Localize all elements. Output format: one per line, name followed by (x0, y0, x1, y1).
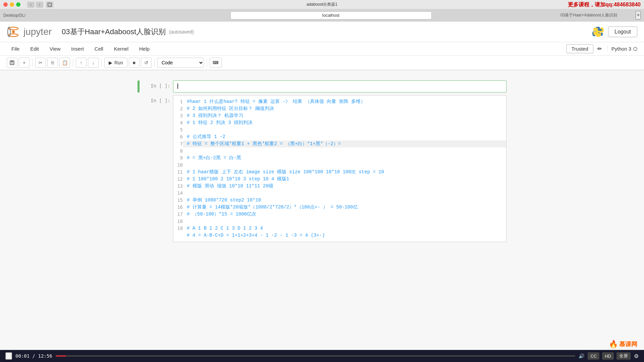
watermark-text: 慕课网 (619, 340, 637, 348)
address-text: localhost (322, 13, 339, 18)
kernel-info: Python 3 (607, 46, 637, 52)
notebook-title-area: 03基于Haar+Adaboost人脸识别 (autosaved) (62, 27, 194, 37)
menu-insert[interactable]: Insert (66, 44, 89, 54)
logout-button[interactable]: Logout (608, 26, 637, 37)
jupyter-header-right: Logout (591, 25, 637, 39)
cc-button[interactable]: CC (588, 352, 599, 360)
minimize-traffic-light[interactable] (10, 2, 14, 7)
cut-button[interactable]: ✂ (35, 58, 46, 68)
paste-button[interactable]: 📋 (59, 58, 70, 68)
close-traffic-light[interactable] (3, 2, 8, 7)
notebook-content: In [ ]: In [ ]: 123456789101112131415161… (0, 70, 644, 350)
progress-bar-container[interactable] (56, 355, 576, 357)
cell-2[interactable]: In [ ]: 12345678910111213141516171819 #h… (138, 95, 506, 242)
cell-1-prompt: In [ ]: (140, 80, 173, 93)
promo-banner: 更多课程，请加qq:484683840 (565, 0, 644, 9)
menu-bar-right: Trusted ✏ Python 3 (566, 44, 637, 53)
time-current: 00:01 (15, 353, 30, 359)
python-logo (591, 25, 605, 39)
toolbar-separator-1 (32, 59, 33, 67)
cell-cursor (177, 83, 178, 89)
address-bar[interactable]: localhost (230, 11, 432, 19)
toolbar-separator-4 (154, 59, 155, 67)
volume-icon[interactable]: 🔊 (579, 353, 584, 359)
window-title: adaboost分类器1 (307, 2, 337, 7)
browser-tab-left: Desktop/DL/ (3, 13, 25, 18)
fullscreen-traffic-light[interactable] (16, 2, 20, 7)
play-pause-button[interactable]: ⏸ (5, 352, 12, 360)
menu-edit[interactable]: Edit (25, 44, 44, 54)
save-button[interactable] (7, 58, 17, 68)
toolbar-separator-3 (101, 59, 102, 67)
cell-2-code[interactable]: #haar 1 什么是haar? 特征 = 像素 运算 -》 结果 （具体值 向… (183, 96, 506, 242)
restart-button[interactable]: ↺ (141, 58, 152, 68)
progress-bar-fill (56, 355, 66, 357)
time-separator: / (33, 353, 38, 359)
cell-2-line-numbers: 12345678910111213141516171819 (173, 96, 183, 235)
menu-view[interactable]: View (45, 44, 65, 54)
back-button[interactable]: ‹ (27, 2, 35, 8)
svg-point-4 (12, 31, 15, 33)
settings-icon[interactable]: ⚙ (634, 353, 639, 359)
cell-1[interactable]: In [ ]: (138, 80, 506, 93)
keyboard-shortcuts-button[interactable]: ⌨ (210, 58, 222, 68)
menu-help[interactable]: Help (135, 44, 154, 54)
menu-kernel[interactable]: Kernel (109, 44, 133, 54)
menu-bar: File Edit View Insert Cell Kernel Help T… (0, 42, 644, 56)
toolbar-separator-2 (73, 59, 73, 67)
cell-type-select[interactable]: Code Markdown Raw NBConvert (157, 58, 204, 68)
toolbar-separator-5 (207, 59, 207, 67)
window-control-button[interactable] (46, 2, 53, 8)
run-icon: ▶ (109, 60, 112, 65)
jupyter-logo-text: jupyter (23, 26, 52, 37)
watermark: 🔥 慕课网 (609, 340, 637, 349)
move-down-button[interactable]: ↓ (88, 58, 99, 68)
run-button[interactable]: ▶ Run (104, 58, 127, 68)
menu-cell[interactable]: Cell (90, 44, 108, 54)
svg-rect-0 (48, 3, 51, 6)
toolbar: + ✂ ⎘ 📋 ↑ ↓ ▶ Run ■ ↺ Code Markdown Raw … (0, 56, 644, 70)
promo-text: 更多课程，请加qq:484683840 (568, 1, 641, 8)
interrupt-button[interactable]: ■ (129, 58, 140, 68)
copy-button[interactable]: ⎘ (47, 58, 58, 68)
time-display: 00:01 / 12:56 (15, 353, 52, 359)
traffic-lights (3, 2, 20, 7)
cell-2-body[interactable]: 12345678910111213141516171819 #haar 1 什么… (173, 95, 506, 242)
trusted-button[interactable]: Trusted (566, 44, 593, 53)
browser-bar: Desktop/DL/ localhost ↻ 03基于Haar+Adaboos… (0, 9, 644, 21)
cell-1-body[interactable] (173, 80, 506, 93)
browser-tab-right: 03基于Haar+Adaboost人脸识别 (560, 12, 617, 18)
edit-icon[interactable]: ✏ (596, 44, 603, 53)
cell-2-prompt: In [ ]: (140, 95, 173, 242)
bottom-controls: CC HD 全屏 (588, 352, 631, 360)
time-total: 12:56 (38, 353, 52, 359)
cell-container: In [ ]: In [ ]: 123456789101112131415161… (138, 80, 506, 242)
jupyter-logo: jupyter (7, 25, 52, 39)
add-cell-button[interactable]: + (19, 58, 30, 68)
jupyter-logo-icon (7, 25, 20, 39)
svg-rect-6 (11, 61, 13, 62)
menu-file[interactable]: File (7, 44, 24, 54)
new-tab-button[interactable]: + (636, 11, 641, 19)
hd-button[interactable]: HD (602, 352, 614, 360)
run-label: Run (114, 60, 123, 65)
move-up-button[interactable]: ↑ (76, 58, 87, 68)
fullscreen-button[interactable]: 全屏 (616, 352, 631, 360)
bottom-bar: ⏸ 00:01 / 12:56 🔊 CC HD 全屏 ⚙ (0, 350, 644, 362)
notebook-title[interactable]: 03基于Haar+Adaboost人脸识别 (62, 27, 166, 37)
kernel-status-circle (633, 47, 637, 51)
title-bar: ‹ › adaboost分类器1 更多课程，请加qq:484683840 (0, 0, 644, 9)
forward-button[interactable]: › (36, 2, 43, 8)
jupyter-header: jupyter 03基于Haar+Adaboost人脸识别 (autosaved… (0, 21, 644, 42)
kernel-label: Python 3 (611, 46, 631, 52)
nav-arrows: ‹ › (27, 2, 43, 8)
notebook-autosaved: (autosaved) (169, 29, 194, 35)
cell-1-content[interactable] (173, 81, 506, 92)
